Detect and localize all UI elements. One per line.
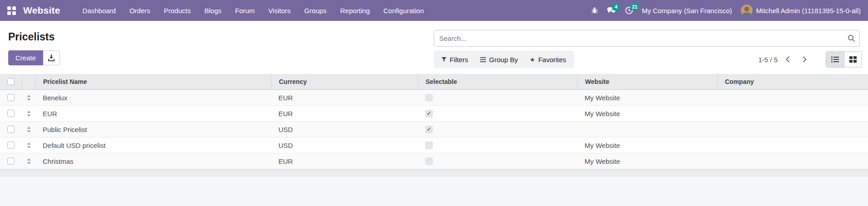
star-icon: ★ (530, 57, 535, 63)
col-header-selectable[interactable]: Selectable (418, 74, 577, 89)
cell-currency: EUR (271, 110, 418, 118)
selectable-checkbox (425, 126, 433, 133)
search-options-bar: Filters Group By ★ Favorites (434, 51, 574, 68)
messages-icon[interactable]: 4 (607, 7, 616, 15)
cell-pricelist-name: Christmas (35, 157, 271, 165)
filters-label: Filters (450, 56, 468, 64)
search-icon[interactable] (848, 34, 855, 42)
group-by-bars-icon (480, 57, 486, 62)
cell-website: My Website (577, 142, 717, 149)
selectable-checkbox (425, 142, 433, 149)
table-row[interactable]: Benelux EUR My Website (0, 90, 868, 106)
cell-website: My Website (577, 94, 717, 102)
table-row[interactable]: EUR EUR My Website (0, 106, 868, 122)
kanban-view-button[interactable] (844, 52, 862, 67)
search-input[interactable] (434, 30, 860, 47)
page-title: Pricelists (8, 31, 55, 43)
export-button[interactable] (43, 50, 60, 65)
cell-currency: EUR (271, 94, 418, 102)
action-buttons: Create (8, 50, 60, 65)
list-view-button[interactable] (826, 52, 844, 67)
cell-pricelist-name: Benelux (35, 94, 271, 102)
activities-clock-icon[interactable]: 21 (625, 6, 633, 15)
group-by-button[interactable]: Group By (474, 51, 524, 68)
control-panel: Pricelists Create Filters (0, 21, 868, 74)
user-name-label: Mitchell Admin (11181395-15-0-all) (756, 7, 861, 15)
col-header-pricelist-name[interactable]: Pricelist Name (35, 74, 271, 89)
user-menu[interactable]: Mitchell Admin (11181395-15-0-all) (741, 5, 861, 16)
debug-bug-icon[interactable] (591, 7, 598, 14)
row-checkbox[interactable] (7, 126, 15, 133)
menu-products[interactable]: Products (157, 0, 198, 21)
menu-groups[interactable]: Groups (298, 0, 333, 21)
cell-pricelist-name: Default USD pricelist (35, 142, 271, 149)
menu-reporting[interactable]: Reporting (333, 0, 377, 21)
group-by-label: Group By (489, 56, 518, 64)
table-row[interactable]: Christmas EUR My Website (0, 153, 868, 169)
download-icon (48, 54, 55, 61)
messages-count-badge: 4 (612, 3, 620, 11)
kanban-view-icon (849, 56, 857, 63)
row-checkbox[interactable] (7, 142, 15, 149)
cell-currency: USD (271, 126, 418, 133)
menu-configuration[interactable]: Configuration (377, 0, 431, 21)
top-navbar: Website Dashboard Orders Products Blogs … (0, 0, 868, 21)
menu-orders[interactable]: Orders (123, 0, 157, 21)
col-header-currency[interactable]: Currency (271, 74, 418, 89)
search-bar (434, 30, 860, 47)
cell-website: My Website (577, 157, 717, 165)
view-switcher (826, 51, 862, 68)
select-all-checkbox[interactable] (7, 78, 15, 85)
selectable-checkbox (425, 110, 433, 118)
menu-blogs[interactable]: Blogs (198, 0, 228, 21)
pager: 1-5 / 5 (758, 51, 862, 68)
pricelists-table: Pricelist Name Currency Selectable Websi… (0, 74, 868, 169)
selectable-checkbox (425, 94, 433, 102)
filters-button[interactable]: Filters (436, 51, 474, 68)
row-checkbox[interactable] (7, 157, 15, 165)
pager-range-label: 1-5 / 5 (758, 56, 778, 64)
cell-website: My Website (577, 110, 717, 118)
list-view-icon (831, 56, 839, 63)
table-footer (0, 169, 868, 177)
company-switcher[interactable]: My Company (San Francisco) (642, 7, 732, 15)
table-body: Benelux EUR My Website EUR EUR My Websit… (0, 90, 868, 169)
filter-funnel-icon (441, 57, 446, 62)
user-avatar (741, 5, 753, 16)
row-checkbox[interactable] (7, 110, 15, 117)
apps-menu-icon[interactable] (7, 6, 16, 15)
table-row[interactable]: Public Pricelist USD (0, 122, 868, 137)
create-button[interactable]: Create (8, 50, 43, 65)
drag-handle-icon[interactable] (27, 127, 31, 132)
cell-currency: USD (271, 142, 418, 149)
pager-previous-button[interactable] (781, 54, 794, 65)
cell-pricelist-name: EUR (35, 110, 271, 118)
pager-next-button[interactable] (798, 54, 811, 65)
col-header-company[interactable]: Company (717, 74, 868, 89)
selectable-checkbox (425, 157, 433, 165)
drag-handle-icon[interactable] (27, 142, 31, 148)
main-menu: Dashboard Orders Products Blogs Forum Vi… (76, 0, 431, 21)
activities-count-badge: 21 (630, 3, 639, 10)
table-header-row: Pricelist Name Currency Selectable Websi… (0, 74, 868, 90)
cell-pricelist-name: Public Pricelist (35, 126, 271, 133)
handle-column-header (22, 74, 35, 89)
favorites-button[interactable]: ★ Favorites (524, 51, 572, 68)
navbar-systray: 4 21 My Company (San Francisco) Mitchell… (591, 5, 861, 16)
menu-dashboard[interactable]: Dashboard (76, 0, 123, 21)
table-row[interactable]: Default USD pricelist USD My Website (0, 137, 868, 153)
content-background (0, 177, 868, 206)
app-brand[interactable]: Website (23, 5, 60, 16)
drag-handle-icon[interactable] (27, 111, 31, 117)
cell-currency: EUR (271, 157, 418, 165)
drag-handle-icon[interactable] (27, 95, 31, 101)
menu-forum[interactable]: Forum (228, 0, 262, 21)
row-checkbox[interactable] (7, 94, 15, 101)
drag-handle-icon[interactable] (27, 158, 31, 164)
menu-visitors[interactable]: Visitors (262, 0, 298, 21)
col-header-website[interactable]: Website (577, 74, 717, 89)
favorites-label: Favorites (538, 56, 566, 64)
